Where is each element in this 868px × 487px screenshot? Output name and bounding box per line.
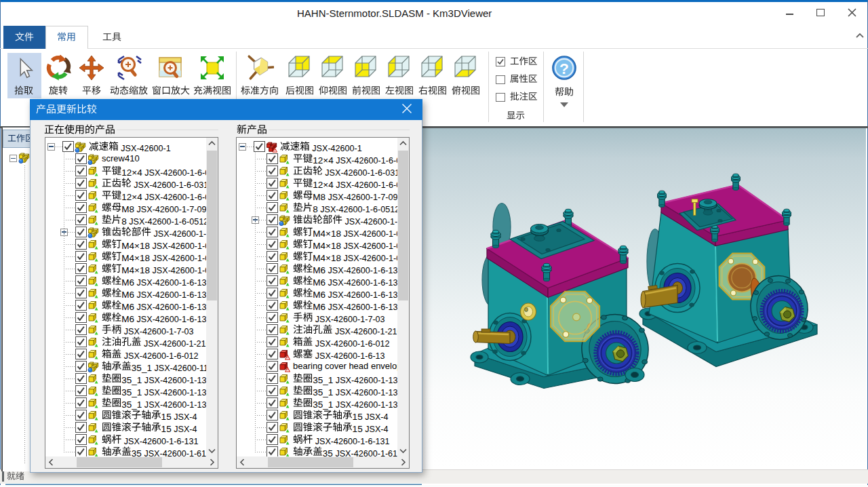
svg-text:?: ? bbox=[559, 60, 569, 77]
